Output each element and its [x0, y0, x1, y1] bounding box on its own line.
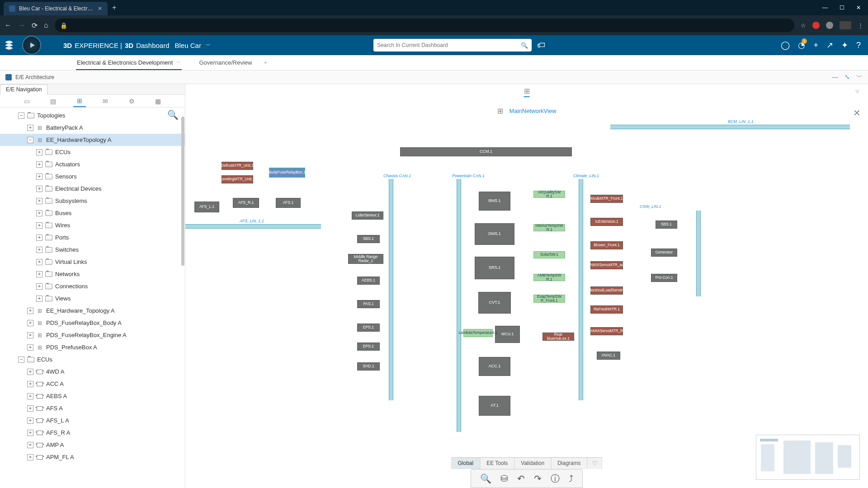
home-button[interactable]: ⌂ — [44, 21, 48, 29]
tree-amp[interactable]: +AMP A — [0, 439, 185, 451]
chevron-down-icon[interactable]: ﹀ — [176, 60, 181, 66]
bus-powertrain-can[interactable] — [457, 179, 461, 432]
tree-pds-engine[interactable]: +⊞PDS_FuseRelayBox_Engine A — [0, 329, 185, 341]
tree-connections[interactable]: +Connections — [0, 280, 185, 292]
tree-ports[interactable]: +Ports — [0, 231, 185, 244]
bus-chassis-can[interactable] — [389, 179, 393, 400]
new-tab-button[interactable]: + — [112, 4, 116, 12]
profile-icon[interactable]: ◯ — [781, 40, 790, 50]
node-eps2[interactable]: EPS.1 — [357, 343, 380, 351]
node-aebs[interactable]: AEBS.1 — [357, 277, 380, 285]
context-chevron-icon[interactable]: ﹀ — [206, 42, 211, 49]
node-ambtemp[interactable]: AMBTempSW R.1 — [533, 274, 565, 281]
node-bms-big[interactable]: BMS.1 — [479, 192, 510, 211]
help-icon[interactable]: ? — [856, 41, 861, 50]
tree-subsystems[interactable]: +Subsystems — [0, 195, 185, 207]
tree-ecus[interactable]: +ECUs — [0, 146, 185, 158]
node-eps[interactable]: EPS.1 — [357, 324, 380, 332]
panel-minimize-icon[interactable]: — — [832, 73, 838, 81]
compass-button[interactable] — [18, 35, 45, 55]
notifications-icon[interactable]: ◔1 — [798, 40, 805, 50]
tree-hw-topology-2[interactable]: +⊞EE_Hardware_Topology A — [0, 305, 185, 317]
ds-logo[interactable] — [0, 40, 18, 50]
tree-4wd[interactable]: +4WD A — [0, 366, 185, 378]
add-tab-button[interactable]: + — [264, 59, 267, 66]
tab-eetools[interactable]: EE Tools — [480, 458, 514, 469]
node-shd[interactable]: SHD.1 — [357, 362, 380, 371]
view-topology-icon[interactable]: ⊞ — [73, 95, 86, 107]
bus-bcm-lin[interactable] — [610, 125, 850, 129]
database-icon[interactable]: ⛁ — [500, 473, 508, 484]
back-button[interactable]: ← — [5, 21, 12, 29]
view-document-icon[interactable]: ▭ — [20, 96, 33, 107]
search-icon[interactable]: 🔍 — [521, 42, 528, 49]
diagram-canvas[interactable]: ⊞ ⑂ ⊞ MainNetworkView ✕ BCM_LIN_1.1 CCM.… — [185, 84, 868, 488]
tab-global[interactable]: Global — [451, 458, 480, 469]
view-chip-icon[interactable]: ⊞ — [524, 87, 530, 97]
view-image-icon[interactable]: ▤ — [47, 96, 60, 107]
tree-views[interactable]: +Views — [0, 292, 185, 305]
info-icon[interactable]: ⓘ — [551, 473, 560, 485]
tree-sensors[interactable]: +Sensors — [0, 170, 185, 183]
tree-elec-devices[interactable]: +Electrical Devices — [0, 183, 185, 195]
node-ioext[interactable]: IoExtension.1 — [590, 218, 623, 226]
view-mail-icon[interactable]: ✉ — [99, 96, 112, 107]
node-hvac[interactable]: HVAC.1 — [597, 352, 620, 360]
bus-afs-lin[interactable] — [185, 224, 321, 229]
node-airquality[interactable]: AirQualitySW R.1 — [533, 191, 565, 198]
node-amixservor[interactable]: AMIXServoMTR_R — [590, 327, 623, 335]
tree-apm-fl[interactable]: +APM_FL A — [0, 451, 185, 463]
forward-button[interactable]: → — [18, 21, 25, 29]
tree-networks[interactable]: +Networks — [0, 268, 185, 280]
menu-icon[interactable]: ⋮ — [858, 22, 863, 29]
window-close-icon[interactable]: ✕ — [856, 5, 861, 11]
dashboard-search-input[interactable] — [377, 42, 521, 48]
panel-restore-icon[interactable]: ⤡ — [844, 73, 850, 81]
tree-afsr[interactable]: +AFS_R A — [0, 427, 185, 439]
tree-acc[interactable]: +ACC A — [0, 378, 185, 390]
filter-icon[interactable]: ⑂ — [855, 88, 859, 95]
redo-icon[interactable]: ↷ — [534, 473, 542, 484]
node-pas[interactable]: PAS.1 — [357, 300, 380, 308]
tab-validation[interactable]: Validation — [514, 458, 551, 469]
tree-wires[interactable]: +Wires — [0, 219, 185, 231]
node-ccm[interactable]: CCM.1 — [400, 147, 572, 156]
node-afs[interactable]: AFS.1 — [276, 198, 301, 208]
tab-ee-development[interactable]: Electrical & Electronics Development ﹀ — [68, 55, 190, 70]
node-leveling[interactable]: LevelingMTR_Unit.1 — [222, 175, 253, 183]
diagram-area[interactable]: BCM_LIN_1.1 CCM.1 DefrostHTR_Unit.1 Leve… — [185, 116, 868, 461]
tab-governance[interactable]: Governance/Review — [190, 55, 261, 70]
window-minimize-icon[interactable]: — — [822, 5, 828, 11]
bus-climate-lin[interactable] — [579, 179, 583, 400]
node-mode[interactable]: ModeMTR_Front.1 — [590, 195, 623, 203]
tree-topologies[interactable]: −Topologies — [0, 109, 185, 122]
node-afs-r[interactable]: AFS_R.1 — [233, 198, 259, 208]
tree-search-icon[interactable]: 🔍 — [167, 109, 179, 120]
tree-afs[interactable]: +AFS A — [0, 402, 185, 414]
node-precon[interactable]: Pre-Con.1 — [651, 274, 677, 282]
node-defrost[interactable]: DefrostHTR_Unit.1 — [222, 162, 253, 170]
node-cvt-big[interactable]: CVT.1 — [478, 292, 511, 314]
tools-icon[interactable]: ✦ — [841, 40, 848, 50]
view-name[interactable]: MainNetworkView — [509, 108, 557, 114]
bookmark-icon[interactable]: ☆ — [801, 22, 806, 29]
tag-icon[interactable]: 🏷 — [537, 41, 545, 50]
panel-menu-icon[interactable]: ﹀ — [856, 73, 863, 81]
favorite-icon[interactable]: ♡ — [588, 458, 602, 469]
address-bar[interactable]: 🔒 — [55, 19, 794, 32]
tree-actuators[interactable]: +Actuators — [0, 158, 185, 170]
tab-diagrams[interactable]: Diagrams — [551, 458, 587, 469]
node-wcu[interactable]: WCU.1 — [495, 326, 520, 343]
node-srs-big[interactable]: SRS.1 — [475, 257, 514, 279]
node-solar[interactable]: SolarSW.1 — [533, 251, 565, 258]
tree-switches[interactable]: +Switches — [0, 244, 185, 256]
view-table-icon[interactable]: ▦ — [151, 96, 165, 107]
node-sbs[interactable]: SBS.1 — [357, 235, 380, 243]
node-afs-l[interactable]: AFS_L.1 — [194, 202, 219, 212]
tree-batterypack[interactable]: +⊞BatteryPack A — [0, 122, 185, 134]
window-maximize-icon[interactable]: ☐ — [840, 5, 844, 11]
reload-button[interactable]: ⟳ — [32, 21, 38, 30]
add-icon[interactable]: + — [813, 41, 818, 50]
node-lambda[interactable]: LambdaTemperature.1 — [463, 329, 493, 337]
bus-csw-lin[interactable] — [696, 211, 701, 296]
